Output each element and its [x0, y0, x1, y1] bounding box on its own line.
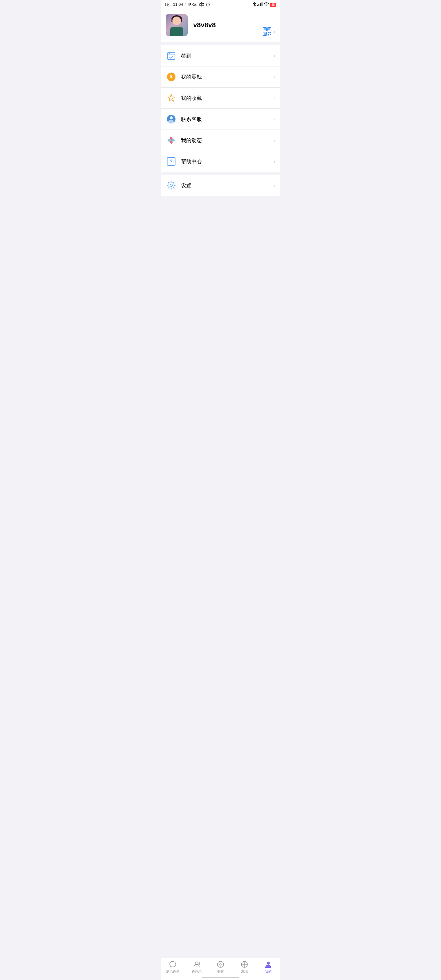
star-icon [166, 93, 176, 103]
moments-icon-wrap [166, 135, 177, 146]
username: v8v8v8 [193, 21, 216, 29]
svg-point-28 [170, 116, 173, 119]
profile-header: v8v8v8 › [161, 9, 280, 42]
favorites-icon-wrap [166, 92, 177, 103]
menu-item-moments[interactable]: 我的动态 › [161, 130, 280, 151]
svg-rect-6 [258, 4, 260, 6]
support-label: 联系客服 [181, 116, 274, 123]
checkin-label: 签到 [181, 52, 274, 59]
bluetooth-icon [253, 2, 256, 7]
svg-rect-9 [262, 2, 263, 6]
svg-text:?: ? [170, 159, 173, 164]
wifi-icon [264, 2, 269, 7]
help-icon-wrap: ? [166, 156, 177, 167]
battery-indicator: 16 [270, 3, 276, 7]
qr-icon [263, 27, 272, 36]
svg-rect-21 [167, 52, 175, 59]
svg-rect-20 [270, 34, 271, 35]
settings-icon [166, 180, 176, 190]
moments-icon [166, 135, 177, 145]
qr-button[interactable]: › [263, 27, 275, 36]
avatar [166, 14, 188, 36]
status-network: 115K/s [185, 2, 197, 7]
menu-group-1: 签到 › ¥ 我的零钱 › 我的收藏 › [161, 45, 280, 172]
svg-rect-12 [264, 28, 266, 30]
svg-point-10 [266, 5, 267, 6]
mute-icon [199, 2, 204, 7]
support-icon [166, 114, 177, 124]
settings-chevron-icon: › [274, 182, 275, 189]
svg-rect-19 [267, 34, 269, 35]
svg-point-32 [168, 182, 174, 188]
status-bar: 晚上11:04 115K/s [161, 0, 280, 9]
svg-rect-8 [261, 2, 262, 6]
wallet-chevron-icon: › [274, 74, 275, 80]
checkin-icon-wrap [166, 50, 177, 61]
menu-item-support[interactable]: 联系客服 › [161, 109, 280, 130]
signal-icon [257, 2, 263, 7]
checkin-icon [166, 51, 176, 60]
svg-point-31 [170, 184, 172, 186]
section-divider-2 [161, 172, 280, 175]
help-label: 帮助中心 [181, 158, 274, 165]
alarm-icon [206, 2, 210, 7]
profile-chevron-icon: › [274, 29, 275, 35]
menu-item-settings[interactable]: 设置 › [161, 175, 280, 196]
svg-rect-5 [257, 5, 258, 6]
support-chevron-icon: › [274, 116, 275, 123]
wallet-icon-wrap: ¥ [166, 72, 177, 83]
moments-chevron-icon: › [274, 137, 275, 144]
svg-rect-17 [267, 32, 269, 33]
menu-item-checkin[interactable]: 签到 › [161, 45, 280, 67]
help-icon: ? [166, 156, 176, 166]
wallet-icon: ¥ [166, 72, 177, 82]
wallet-label: 我的零钱 [181, 73, 274, 81]
main-content: v8v8v8 › [161, 9, 280, 312]
menu-item-wallet[interactable]: ¥ 我的零钱 › [161, 67, 280, 88]
status-left: 晚上11:04 115K/s [165, 2, 210, 7]
support-icon-wrap [166, 114, 177, 125]
svg-text:¥: ¥ [170, 74, 173, 79]
help-chevron-icon: › [274, 158, 275, 165]
favorites-label: 我的收藏 [181, 95, 274, 102]
menu-item-help[interactable]: ? 帮助中心 › [161, 151, 280, 172]
settings-label: 设置 [181, 182, 274, 189]
status-time: 晚上11:04 [165, 2, 183, 7]
svg-rect-14 [268, 28, 271, 30]
section-divider-1 [161, 42, 280, 45]
menu-group-2: 设置 › [161, 175, 280, 196]
status-right: 16 [253, 2, 276, 7]
svg-rect-18 [269, 32, 271, 33]
gray-background-area [161, 196, 280, 288]
moments-label: 我的动态 [181, 137, 274, 144]
favorites-chevron-icon: › [274, 95, 275, 101]
settings-icon-wrap [166, 180, 177, 191]
svg-rect-7 [260, 3, 261, 6]
svg-rect-16 [264, 33, 266, 35]
menu-item-favorites[interactable]: 我的收藏 › [161, 88, 280, 109]
checkin-chevron-icon: › [274, 52, 275, 59]
